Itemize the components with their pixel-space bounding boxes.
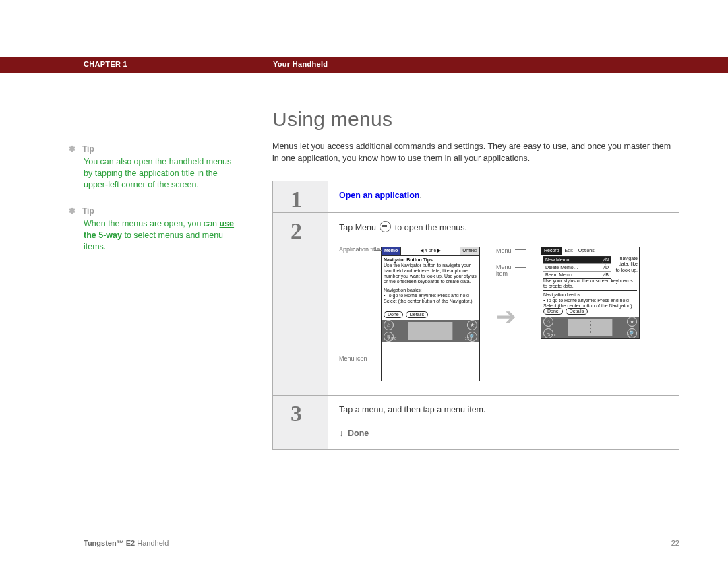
callout-menu: Menu [496,247,512,256]
tip-heading: Tip [84,144,239,154]
menu-bar: Record Edit Options [541,247,639,255]
tips-sidebar: Tip You can also open the handheld menus… [84,144,239,268]
footer-rule [84,534,679,534]
category-picker: Unfiled [460,247,479,255]
bg-frag: data, like [616,261,638,267]
menu-item-beam-memo: Beam Memo╱B [543,272,611,278]
step-row: 3 Tap a menu, and then tap a menu item. … [273,396,679,449]
bg-frag: to look up. [616,268,638,273]
tip-body-pre: When the menus are open, you can [84,219,220,228]
silkscreen-area: ⌂ ≡ ★ 🔍 ABC 123 [541,317,639,338]
memo-body: Navigator Button Tips Use the Navigator … [382,256,479,310]
done-marker: ↓Done [339,426,668,440]
menu-item-new-memo: New Memo╱N [543,257,611,264]
step-row: 1 Open an application. [273,181,679,213]
tip-heading: Tip [84,206,239,216]
product-name: Tungsten™ E2 Handheld [84,539,169,547]
callout-menu-icon: Menu icon [339,354,367,364]
memo-nav-title: Navigation basics: [384,288,422,292]
section-label: Your Handheld [273,60,328,68]
menu-record: Record [541,247,562,255]
step-row: 2 Tap Menu to open the menus. Applicatio… [273,213,679,396]
callout-menu-item: Menu item [496,264,524,278]
page-title: Using menus [272,108,679,131]
palm-device-after: Record Edit Options New Memo╱N [541,247,640,339]
star-icon: ★ [627,317,637,327]
memo-body-text: Use the Navigator button to navigate you… [384,263,477,284]
menu-dropdown: New Memo╱N Delete Memo…╱D Beam Memo╱B [543,256,611,279]
chapter-label: CHAPTER 1 [84,60,127,68]
n123-label: 123 [465,337,473,341]
palm-device-before: Memo ◀ 4 of 6 ▶ Unfiled Navigator Button… [381,247,480,381]
app-title-tab: Memo [382,247,400,255]
n123-label: 123 [625,334,632,338]
done-button: Done [543,308,563,315]
open-application-link[interactable]: Open an application [339,191,419,200]
star-icon: ★ [467,320,477,330]
step2-pre: Tap Menu [339,223,378,232]
arrow-right-icon: ➔ [496,305,516,329]
step-suffix: . [419,191,421,200]
device-illustration: Application title Menu icon Memo ◀ 4 of … [339,247,668,381]
memo-nav-body: • To go to Home anytime: Press and hold … [543,298,632,308]
footer: Tungsten™ E2 Handheld 22 [84,539,679,547]
home-icon: ⌂ [543,317,553,327]
intro-paragraph: Menus let you access additional commands… [272,140,679,164]
step-number: 3 [273,396,328,449]
page-number: 22 [671,539,679,547]
done-button: Done [384,311,403,318]
page-indicator: ◀ 4 of 6 ▶ [400,247,460,255]
memo-nav-title: Navigation basics: [543,292,582,297]
tip-block: Tip When the menus are open, you can use… [84,206,239,253]
step-number: 1 [273,181,328,212]
abc-label: ABC [548,334,557,338]
header-band: CHAPTER 1 Your Handheld [0,57,728,73]
arrow-down-icon: ↓ [339,426,344,440]
details-button: Details [566,308,588,315]
menu-edit: Edit [562,247,576,255]
memo-nav-body: • To go to Home anytime: Press and hold … [384,293,473,303]
step2-post: to open the menus. [395,223,467,232]
bg-frag: navigate [616,256,638,261]
tip-body: You can also open the handheld menus by … [84,157,231,189]
step-number: 2 [273,213,328,395]
menu-options: Options [576,247,597,255]
steps-table: 1 Open an application. 2 Tap Menu to ope… [272,181,679,450]
menu-icon [380,221,391,232]
abc-label: ABC [388,337,397,341]
silkscreen-area: ⌂ ≡ ★ 🔍 ABC [382,320,479,342]
memo-body-title: Navigator Button Tips [384,257,433,262]
details-button: Details [406,311,428,318]
menu-item-delete-memo: Delete Memo…╱D [543,264,611,272]
step3-text: Tap a menu, and then tap a menu item. [339,405,486,414]
home-icon: ⌂ [384,320,394,330]
tip-block: Tip You can also open the handheld menus… [84,144,239,191]
